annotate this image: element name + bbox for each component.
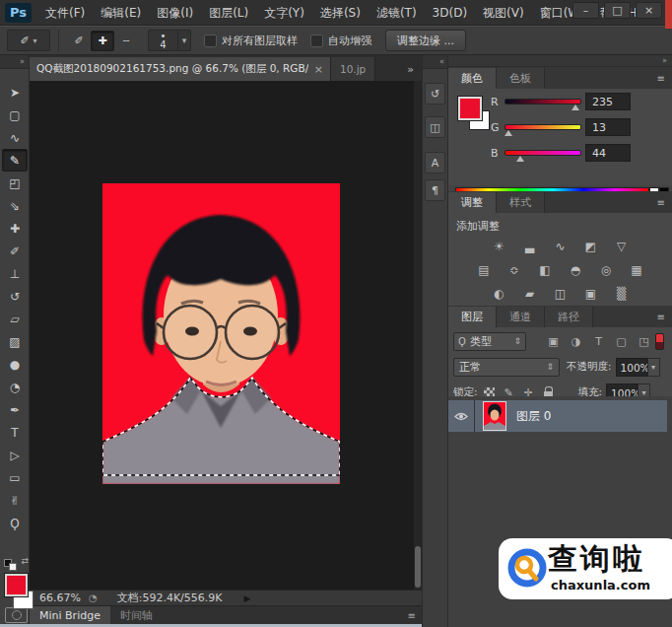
tab-overflow-chevron-icon[interactable]: » [407, 63, 422, 81]
lasso-tool[interactable]: ∿ [2, 126, 28, 149]
menu-type[interactable]: 文字(Y) [256, 0, 312, 26]
new-selection-mode-button[interactable]: ✐ [67, 31, 91, 51]
menu-filter[interactable]: 滤镜(T) [369, 0, 425, 26]
crop-tool[interactable]: ◰ [2, 172, 28, 194]
close-tab-icon[interactable]: × [314, 63, 323, 76]
channel-mixer-icon[interactable]: ◎ [597, 262, 615, 278]
layer-filter-toggle[interactable] [655, 333, 664, 350]
panels-collapse-chevron-icon[interactable]: » [448, 55, 672, 67]
dodge-tool[interactable]: ◔ [2, 376, 28, 398]
properties-panel-icon[interactable]: ◫ [425, 116, 445, 138]
red-channel-slider[interactable] [504, 99, 581, 104]
status-options-arrow-icon[interactable]: ▶ [244, 593, 251, 603]
eraser-tool[interactable]: ▱ [2, 308, 28, 330]
menu-edit[interactable]: 编辑(E) [93, 0, 149, 26]
tab-mini-bridge[interactable]: Mini Bridge [30, 606, 110, 625]
path-selection-tool[interactable]: ▷ [2, 444, 28, 466]
rectangular-marquee-tool[interactable]: ▢ [2, 104, 28, 126]
paragraph-panel-icon[interactable]: ¶ [425, 179, 445, 201]
gradient-tool[interactable]: ▨ [2, 330, 28, 353]
slider-thumb[interactable] [504, 130, 512, 136]
type-layer-filter-icon[interactable]: T [589, 333, 608, 350]
tab-styles[interactable]: 样式 [497, 192, 545, 213]
menu-layer[interactable]: 图层(L) [201, 0, 256, 26]
panel-menu-icon[interactable]: ≡ [408, 610, 422, 621]
document-tab-second[interactable]: 10.jp [331, 57, 375, 81]
layer-thumbnail[interactable] [483, 401, 506, 431]
tab-layers[interactable]: 图层 [448, 307, 497, 327]
sample-all-layers-checkbox[interactable] [204, 35, 217, 47]
hue-saturation-icon[interactable]: ▤ [475, 262, 493, 278]
subtract-from-selection-mode-button[interactable]: ╌ [114, 31, 138, 51]
history-brush-tool[interactable]: ↺ [2, 285, 28, 308]
chevron-down-icon[interactable]: ▾ [647, 358, 660, 377]
vibrance-icon[interactable]: ▽ [613, 239, 631, 254]
document-tab-active[interactable]: QQ截图20180902161753.png @ 66.7% (图层 0, RG… [30, 57, 331, 81]
brush-tool[interactable]: ✐ [2, 240, 28, 262]
color-lookup-icon[interactable]: ▦ [628, 262, 645, 278]
refine-edge-button[interactable]: 调整边缘 ... [385, 30, 466, 51]
tab-color[interactable]: 颜色 [448, 68, 497, 89]
shape-layer-filter-icon[interactable]: ▢ [612, 333, 631, 350]
menu-3d[interactable]: 3D(D) [425, 0, 475, 26]
maximize-button[interactable]: □ [604, 2, 631, 19]
spot-healing-brush-tool[interactable]: ✚ [2, 217, 28, 240]
panel-menu-icon[interactable]: ≡ [657, 312, 672, 327]
threshold-icon[interactable]: ◫ [552, 286, 570, 302]
pixel-layer-filter-icon[interactable]: ▣ [544, 333, 563, 350]
tab-channels[interactable]: 通道 [497, 307, 545, 327]
scrollbar-thumb[interactable] [415, 546, 421, 588]
move-tool[interactable]: ➤ [2, 81, 28, 104]
canvas-vertical-scrollbar[interactable] [413, 81, 422, 590]
foreground-color-swatch[interactable] [458, 97, 482, 120]
rectangle-tool[interactable]: ▭ [2, 466, 28, 489]
menu-select[interactable]: 选择(S) [312, 0, 369, 26]
layer-row-selected[interactable]: 图层 0 [448, 400, 667, 432]
levels-icon[interactable]: ▃ [521, 239, 539, 254]
dock-collapse-chevron-icon[interactable]: « [423, 55, 447, 69]
adjustment-layer-filter-icon[interactable]: ◑ [567, 333, 585, 350]
brightness-contrast-icon[interactable]: ☀ [491, 239, 508, 254]
add-to-selection-mode-button[interactable]: ✚ [91, 31, 114, 51]
blue-channel-value[interactable]: 44 [585, 144, 631, 162]
layer-filter-kind-dropdown[interactable]: Ϙ 类型 ⇕ [453, 332, 526, 351]
black-white-icon[interactable]: ◧ [536, 262, 554, 278]
zoom-tool[interactable]: Ϙ [2, 512, 28, 534]
minimize-button[interactable]: – [572, 2, 599, 19]
zoom-level-field[interactable]: 66.67% [30, 592, 89, 604]
color-balance-icon[interactable]: ≎ [505, 262, 523, 278]
tab-timeline[interactable]: 时间轴 [110, 606, 163, 625]
smart-object-filter-icon[interactable]: ◳ [635, 333, 653, 350]
panel-menu-icon[interactable]: ≡ [657, 73, 672, 89]
panel-menu-icon[interactable]: ≡ [657, 197, 672, 213]
default-and-swap-colors[interactable]: ⇄ [3, 556, 29, 570]
invert-icon[interactable]: ◐ [491, 286, 508, 302]
photo-document[interactable] [102, 183, 340, 484]
green-channel-value[interactable]: 13 [585, 118, 631, 136]
type-tool[interactable]: T [2, 421, 28, 444]
quick-mask-button[interactable] [5, 607, 28, 623]
hand-tool[interactable]: ✌ [2, 489, 28, 512]
tab-paths[interactable]: 路径 [545, 307, 593, 327]
slider-thumb[interactable] [516, 156, 524, 162]
exposure-icon[interactable]: ◩ [582, 239, 600, 254]
tab-swatches[interactable]: 色板 [497, 68, 545, 89]
toolbar-collapse-chevron-icon[interactable]: » [0, 55, 29, 69]
posterize-icon[interactable]: ▰ [521, 286, 539, 302]
history-panel-icon[interactable]: ↺ [425, 83, 445, 104]
quick-selection-tool[interactable]: ✎ [2, 149, 28, 172]
auto-enhance-checkbox[interactable] [310, 35, 323, 47]
blend-mode-dropdown[interactable]: 正常 ⇕ [453, 358, 560, 377]
curves-icon[interactable]: ∿ [552, 239, 570, 254]
opacity-field[interactable]: 100% [616, 358, 647, 377]
canvas-area[interactable] [30, 81, 422, 590]
character-panel-icon[interactable]: A [425, 152, 445, 174]
slider-thumb[interactable] [571, 104, 579, 110]
green-channel-slider[interactable] [504, 124, 581, 130]
blur-tool[interactable]: ● [2, 353, 28, 376]
photo-filter-icon[interactable]: ◓ [567, 262, 584, 278]
layer-name[interactable]: 图层 0 [516, 408, 551, 425]
menu-view[interactable]: 视图(V) [475, 0, 532, 26]
eyedropper-tool[interactable]: ⇘ [2, 194, 28, 217]
layer-visibility-toggle[interactable] [448, 400, 475, 432]
